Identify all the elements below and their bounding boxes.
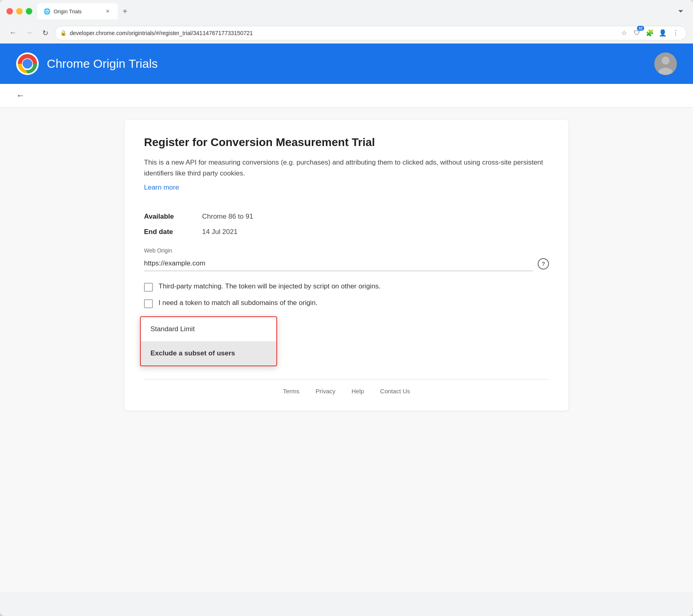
svg-point-4 [662,56,670,65]
help-link[interactable]: Help [351,388,364,395]
end-date-value: 14 Jul 2021 [202,228,238,236]
main-content: Register for Conversion Measurement Tria… [0,108,693,592]
chrome-logo-icon [16,52,39,75]
back-page-button[interactable]: ← [16,90,25,101]
info-grid: Available Chrome 86 to 91 End date 14 Ju… [144,213,549,236]
learn-more-link[interactable]: Learn more [144,184,179,192]
active-tab[interactable]: 🌐 Origin Trials ✕ [37,3,118,19]
close-button[interactable] [6,8,13,15]
title-bar: 🌐 Origin Trials ✕ + ⏷ [0,0,693,23]
page-footer: Terms Privacy Help Contact Us [144,379,549,395]
maximize-button[interactable] [26,8,32,15]
end-date-label: End date [144,228,192,236]
bookmark-button[interactable]: ☆ [618,27,630,39]
tab-bar: 🌐 Origin Trials ✕ + [37,3,670,19]
back-icon: ← [9,29,17,37]
page-description: This is a new API for measuring conversi… [144,157,549,179]
terms-link[interactable]: Terms [283,388,299,395]
subdomain-checkbox[interactable] [144,299,153,308]
address-bar: ← → ↻ 🔒 developer.chrome.com/origintrial… [0,23,693,44]
header-left: Chrome Origin Trials [16,52,158,75]
web-origin-field: Web Origin ? [144,247,549,271]
checkbox-group: Third-party matching. The token will be … [144,282,549,308]
available-row: Available Chrome 86 to 91 [144,213,549,221]
available-value: Chrome 86 to 91 [202,213,253,221]
tab-favicon: 🌐 [44,8,50,15]
help-icon[interactable]: ? [538,258,549,269]
user-avatar[interactable] [654,52,677,75]
url-actions: ☆ 🛡 32 🧩 👤 ⋮ [618,27,681,39]
back-nav: ← [0,84,693,108]
dropdown-container: Standard Limit Exclude a subset of users… [144,316,549,363]
app-header: Chrome Origin Trials [0,44,693,84]
more-button[interactable]: ⋮ [670,27,681,39]
minimize-button[interactable] [16,8,23,15]
contact-link[interactable]: Contact Us [380,388,410,395]
web-origin-label: Web Origin [144,247,549,254]
forward-icon: → [25,29,33,37]
reload-button[interactable]: ↻ [39,27,52,40]
available-label: Available [144,213,192,221]
url-text: developer.chrome.com/origintrials/#/regi… [70,30,615,36]
footer-links: Terms Privacy Help Contact Us [144,388,549,395]
third-party-label: Third-party matching. The token will be … [159,282,381,290]
dropdown-area: Standard Limit Exclude a subset of users… [144,316,549,363]
web-origin-input[interactable] [144,256,533,271]
checkbox-item-2: I need a token to match all subdomains o… [144,299,549,308]
badge-count: 32 [637,26,644,31]
privacy-link[interactable]: Privacy [315,388,335,395]
reload-icon: ↻ [42,29,48,38]
dropdown-popup: Standard Limit Exclude a subset of users [140,316,277,366]
app-title: Chrome Origin Trials [47,57,158,71]
svg-point-2 [23,60,31,68]
browser-window: 🌐 Origin Trials ✕ + ⏷ ← → ↻ 🔒 developer.… [0,0,693,616]
dropdown-item-standard[interactable]: Standard Limit [141,317,276,341]
back-nav-button[interactable]: ← [6,27,19,40]
profile-button[interactable]: 👤 [657,27,668,39]
page-title: Register for Conversion Measurement Tria… [144,136,549,149]
new-tab-button[interactable]: + [118,3,132,19]
checkbox-item-1: Third-party matching. The token will be … [144,282,549,292]
extension-badge: 🛡 32 [631,27,643,39]
tab-close-button[interactable]: ✕ [104,8,111,15]
avatar-image [654,52,677,75]
puzzle-button[interactable]: 🧩 [644,27,655,39]
subdomain-label: I need a token to match all subdomains o… [159,299,317,307]
url-bar[interactable]: 🔒 developer.chrome.com/origintrials/#/re… [55,26,687,40]
end-date-row: End date 14 Jul 2021 [144,228,549,236]
content-card: Register for Conversion Measurement Tria… [125,120,568,411]
web-origin-row: ? [144,256,549,271]
chrome-menu-button[interactable]: ⏷ [675,6,687,17]
tab-end-controls: ⏷ [675,6,687,17]
dropdown-item-exclude[interactable]: Exclude a subset of users [141,341,276,365]
third-party-checkbox[interactable] [144,283,153,292]
lock-icon: 🔒 [60,30,67,36]
tab-title: Origin Trials [54,8,81,15]
forward-nav-button[interactable]: → [23,27,35,40]
window-controls [6,8,32,15]
